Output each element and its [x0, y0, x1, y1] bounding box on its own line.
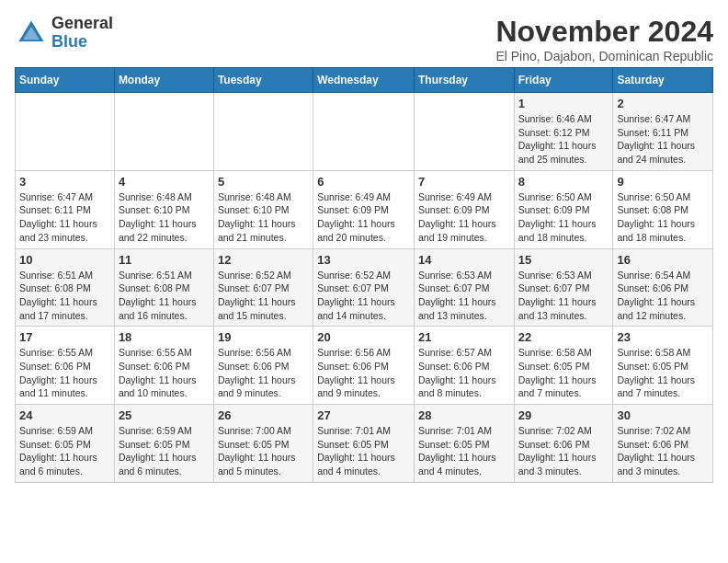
day-info: Sunrise: 6:53 AM Sunset: 6:07 PM Dayligh…	[518, 269, 609, 323]
day-number: 1	[518, 97, 609, 110]
calendar-cell	[114, 93, 213, 171]
day-info: Sunrise: 6:50 AM Sunset: 6:08 PM Dayligh…	[617, 190, 709, 245]
calendar-cell: 19Sunrise: 6:56 AM Sunset: 6:06 PM Dayli…	[213, 327, 313, 405]
calendar-cell	[414, 93, 514, 171]
day-number: 14	[418, 253, 510, 267]
calendar-cell: 1Sunrise: 6:46 AM Sunset: 6:12 PM Daylig…	[514, 93, 613, 171]
logo-icon	[15, 17, 48, 50]
day-info: Sunrise: 6:56 AM Sunset: 6:06 PM Dayligh…	[218, 346, 309, 400]
calendar-cell: 6Sunrise: 6:49 AM Sunset: 6:09 PM Daylig…	[313, 170, 415, 248]
calendar-week-row: 10Sunrise: 6:51 AM Sunset: 6:08 PM Dayli…	[16, 248, 713, 327]
day-info: Sunrise: 7:00 AM Sunset: 6:05 PM Dayligh…	[218, 424, 309, 478]
day-number: 27	[317, 408, 410, 422]
weekday-header-row: SundayMondayTuesdayWednesdayThursdayFrid…	[16, 68, 713, 93]
weekday-header: Wednesday	[313, 68, 415, 93]
calendar-week-row: 1Sunrise: 6:46 AM Sunset: 6:12 PM Daylig…	[16, 93, 713, 171]
calendar-cell: 28Sunrise: 7:01 AM Sunset: 6:05 PM Dayli…	[414, 405, 514, 483]
calendar-cell: 16Sunrise: 6:54 AM Sunset: 6:06 PM Dayli…	[613, 248, 713, 327]
logo: General Blue	[15, 15, 113, 52]
weekday-header: Sunday	[16, 68, 115, 93]
day-info: Sunrise: 6:55 AM Sunset: 6:06 PM Dayligh…	[19, 346, 110, 400]
calendar-table: SundayMondayTuesdayWednesdayThursdayFrid…	[15, 67, 713, 483]
calendar-cell: 10Sunrise: 6:51 AM Sunset: 6:08 PM Dayli…	[16, 248, 115, 327]
day-info: Sunrise: 6:52 AM Sunset: 6:07 PM Dayligh…	[218, 269, 309, 323]
calendar-cell: 4Sunrise: 6:48 AM Sunset: 6:10 PM Daylig…	[114, 170, 213, 248]
calendar-cell: 11Sunrise: 6:51 AM Sunset: 6:08 PM Dayli…	[114, 248, 213, 327]
calendar-cell: 8Sunrise: 6:50 AM Sunset: 6:09 PM Daylig…	[514, 170, 613, 248]
day-number: 8	[518, 175, 609, 189]
calendar-cell: 27Sunrise: 7:01 AM Sunset: 6:05 PM Dayli…	[313, 405, 415, 483]
day-info: Sunrise: 6:53 AM Sunset: 6:07 PM Dayligh…	[418, 269, 510, 323]
day-info: Sunrise: 6:59 AM Sunset: 6:05 PM Dayligh…	[19, 424, 110, 478]
weekday-header: Saturday	[613, 68, 713, 93]
title-block: November 2024 El Pino, Dajabon, Dominica…	[495, 15, 713, 63]
calendar-cell: 12Sunrise: 6:52 AM Sunset: 6:07 PM Dayli…	[213, 248, 313, 327]
day-number: 19	[218, 330, 309, 344]
day-info: Sunrise: 6:58 AM Sunset: 6:05 PM Dayligh…	[617, 346, 709, 400]
day-info: Sunrise: 7:01 AM Sunset: 6:05 PM Dayligh…	[317, 424, 410, 478]
calendar-cell: 24Sunrise: 6:59 AM Sunset: 6:05 PM Dayli…	[16, 405, 115, 483]
page-header: General Blue November 2024 El Pino, Daja…	[15, 15, 713, 63]
weekday-header: Friday	[514, 68, 613, 93]
day-number: 24	[19, 408, 110, 422]
day-info: Sunrise: 6:51 AM Sunset: 6:08 PM Dayligh…	[19, 269, 110, 323]
calendar-cell: 18Sunrise: 6:55 AM Sunset: 6:06 PM Dayli…	[114, 327, 213, 405]
day-number: 20	[317, 330, 410, 344]
day-number: 26	[218, 408, 309, 422]
location-title: El Pino, Dajabon, Dominican Republic	[495, 49, 713, 63]
day-info: Sunrise: 6:48 AM Sunset: 6:10 PM Dayligh…	[218, 190, 309, 245]
calendar-cell	[16, 93, 115, 171]
logo-text: General Blue	[51, 15, 113, 52]
calendar-cell: 14Sunrise: 6:53 AM Sunset: 6:07 PM Dayli…	[414, 248, 514, 327]
calendar-cell: 23Sunrise: 6:58 AM Sunset: 6:05 PM Dayli…	[613, 327, 713, 405]
day-info: Sunrise: 6:59 AM Sunset: 6:05 PM Dayligh…	[119, 424, 210, 478]
month-title: November 2024	[495, 15, 713, 49]
day-info: Sunrise: 6:50 AM Sunset: 6:09 PM Dayligh…	[518, 190, 609, 245]
day-info: Sunrise: 6:47 AM Sunset: 6:11 PM Dayligh…	[19, 190, 110, 245]
day-number: 11	[119, 253, 210, 267]
day-number: 10	[19, 253, 110, 267]
calendar-cell: 26Sunrise: 7:00 AM Sunset: 6:05 PM Dayli…	[213, 405, 313, 483]
calendar-cell: 2Sunrise: 6:47 AM Sunset: 6:11 PM Daylig…	[613, 93, 713, 171]
calendar-cell: 3Sunrise: 6:47 AM Sunset: 6:11 PM Daylig…	[16, 170, 115, 248]
calendar-week-row: 3Sunrise: 6:47 AM Sunset: 6:11 PM Daylig…	[16, 170, 713, 248]
day-info: Sunrise: 6:56 AM Sunset: 6:06 PM Dayligh…	[317, 346, 410, 400]
day-info: Sunrise: 7:02 AM Sunset: 6:06 PM Dayligh…	[617, 424, 709, 478]
calendar-cell: 7Sunrise: 6:49 AM Sunset: 6:09 PM Daylig…	[414, 170, 514, 248]
weekday-header: Thursday	[414, 68, 514, 93]
day-info: Sunrise: 6:49 AM Sunset: 6:09 PM Dayligh…	[317, 190, 410, 245]
day-number: 23	[617, 330, 709, 344]
day-number: 25	[119, 408, 210, 422]
calendar-cell: 21Sunrise: 6:57 AM Sunset: 6:06 PM Dayli…	[414, 327, 514, 405]
day-number: 9	[617, 175, 709, 189]
day-info: Sunrise: 6:52 AM Sunset: 6:07 PM Dayligh…	[317, 269, 410, 323]
day-number: 29	[518, 408, 609, 422]
day-info: Sunrise: 6:55 AM Sunset: 6:06 PM Dayligh…	[119, 346, 210, 400]
day-number: 5	[218, 175, 309, 189]
day-info: Sunrise: 7:01 AM Sunset: 6:05 PM Dayligh…	[418, 424, 510, 478]
day-number: 15	[518, 253, 609, 267]
day-info: Sunrise: 6:49 AM Sunset: 6:09 PM Dayligh…	[418, 190, 510, 245]
day-number: 18	[119, 330, 210, 344]
day-info: Sunrise: 6:47 AM Sunset: 6:11 PM Dayligh…	[617, 112, 709, 167]
day-number: 7	[418, 175, 510, 189]
calendar-week-row: 24Sunrise: 6:59 AM Sunset: 6:05 PM Dayli…	[16, 405, 713, 483]
day-info: Sunrise: 6:54 AM Sunset: 6:06 PM Dayligh…	[617, 269, 709, 323]
day-number: 3	[19, 175, 110, 189]
calendar-cell	[213, 93, 313, 171]
day-number: 16	[617, 253, 709, 267]
day-number: 12	[218, 253, 309, 267]
weekday-header: Tuesday	[213, 68, 313, 93]
day-number: 6	[317, 175, 410, 189]
day-info: Sunrise: 6:58 AM Sunset: 6:05 PM Dayligh…	[518, 346, 609, 400]
calendar-cell: 13Sunrise: 6:52 AM Sunset: 6:07 PM Dayli…	[313, 248, 415, 327]
day-info: Sunrise: 6:46 AM Sunset: 6:12 PM Dayligh…	[518, 112, 609, 167]
day-number: 28	[418, 408, 510, 422]
calendar-cell: 22Sunrise: 6:58 AM Sunset: 6:05 PM Dayli…	[514, 327, 613, 405]
calendar-cell: 5Sunrise: 6:48 AM Sunset: 6:10 PM Daylig…	[213, 170, 313, 248]
calendar-cell: 9Sunrise: 6:50 AM Sunset: 6:08 PM Daylig…	[613, 170, 713, 248]
day-number: 2	[617, 97, 709, 110]
day-number: 30	[617, 408, 709, 422]
day-number: 22	[518, 330, 609, 344]
calendar-cell: 30Sunrise: 7:02 AM Sunset: 6:06 PM Dayli…	[613, 405, 713, 483]
